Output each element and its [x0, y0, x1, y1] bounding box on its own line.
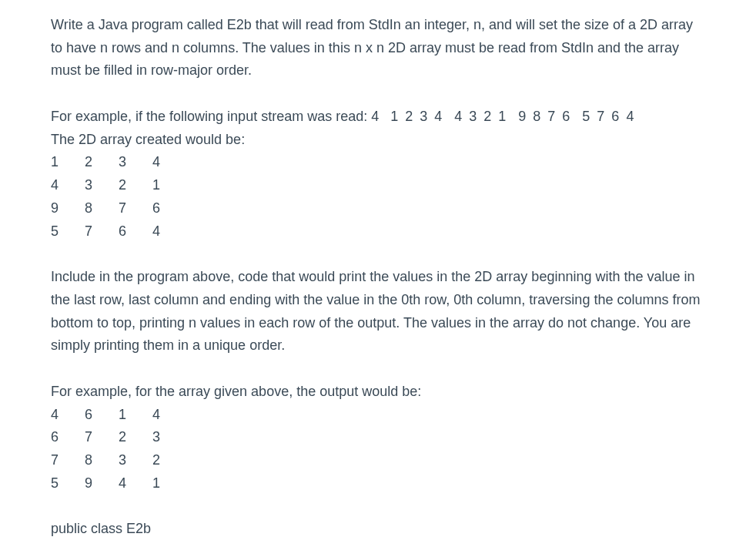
table-cell: 4	[51, 404, 85, 427]
example-array-intro: The 2D array created would be:	[51, 129, 705, 152]
example-array-2: 4 6 1 4 6 7 2 3 7 8 3 2 5 9 4 1	[51, 404, 705, 495]
table-cell: 6	[152, 197, 186, 220]
table-row: 7 8 3 2	[51, 449, 705, 472]
table-cell: 1	[152, 174, 186, 197]
table-cell: 2	[152, 449, 186, 472]
table-cell: 4	[152, 220, 186, 243]
table-cell: 7	[85, 220, 119, 243]
table-row: 4 3 2 1	[51, 174, 705, 197]
table-cell: 1	[119, 404, 152, 427]
table-cell: 4	[51, 174, 85, 197]
table-cell: 9	[85, 472, 119, 495]
example-output-intro: For example, for the array given above, …	[51, 381, 705, 404]
table-cell: 2	[119, 426, 152, 449]
intro-paragraph: Write a Java program called E2b that wil…	[51, 17, 693, 78]
table-cell: 5	[51, 472, 85, 495]
table-cell: 6	[85, 404, 119, 427]
table-cell: 6	[51, 426, 85, 449]
table-row: 1 2 3 4	[51, 151, 705, 174]
table-cell: 8	[85, 197, 119, 220]
table-cell: 3	[152, 426, 186, 449]
instruction-paragraph: Include in the program above, code that …	[51, 269, 700, 353]
table-cell: 3	[85, 174, 119, 197]
example-input-numbers: 1 2 3 4 4 3 2 1 9 8 7 6 5 7 6 4	[390, 109, 635, 124]
table-cell: 3	[119, 151, 152, 174]
table-cell: 9	[51, 197, 85, 220]
table-cell: 5	[51, 220, 85, 243]
code-snippet: public class E2b	[51, 521, 151, 536]
table-cell: 6	[119, 220, 152, 243]
example-array-1: 1 2 3 4 4 3 2 1 9 8 7 6 5 7 6 4	[51, 151, 705, 243]
table-row: 4 6 1 4	[51, 404, 705, 427]
table-cell: 4	[152, 404, 186, 427]
table-cell: 7	[119, 197, 152, 220]
table-cell: 7	[85, 426, 119, 449]
table-cell: 4	[119, 472, 152, 495]
table-cell: 2	[85, 151, 119, 174]
table-cell: 2	[119, 174, 152, 197]
table-cell: 8	[85, 449, 119, 472]
table-cell: 1	[51, 151, 85, 174]
example-input-prefix: For example, if the following input stre…	[51, 109, 390, 124]
table-row: 5 7 6 4	[51, 220, 705, 243]
table-cell: 7	[51, 449, 85, 472]
table-row: 6 7 2 3	[51, 426, 705, 449]
table-cell: 4	[152, 151, 186, 174]
table-cell: 3	[119, 449, 152, 472]
table-row: 9 8 7 6	[51, 197, 705, 220]
table-cell: 1	[152, 472, 186, 495]
table-row: 5 9 4 1	[51, 472, 705, 495]
